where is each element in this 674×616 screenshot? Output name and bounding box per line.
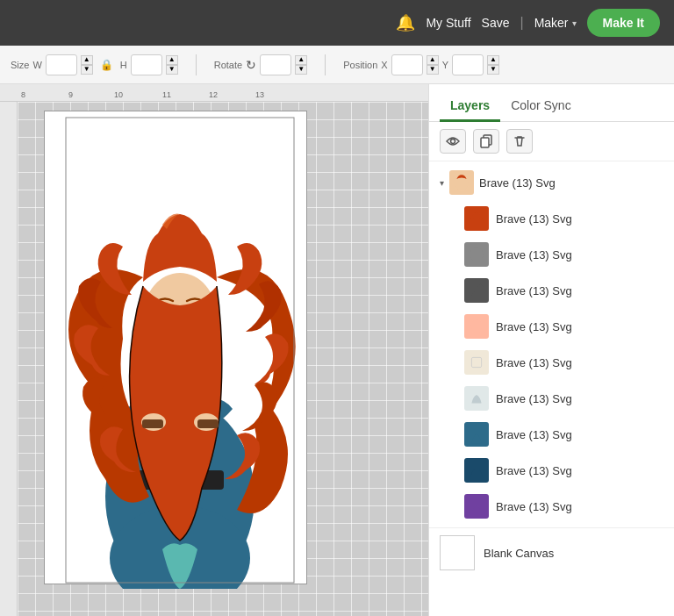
maker-chevron-icon: ▾ (572, 18, 577, 28)
group-chevron-icon: ▾ (440, 178, 444, 188)
x-label: X (381, 60, 387, 70)
layer-name-7: Brave (13) Svg (496, 428, 572, 441)
position-group: Position X ▲ ▼ Y ▲ ▼ (343, 54, 499, 75)
duplicate-button[interactable] (473, 129, 499, 154)
layer-name-5: Brave (13) Svg (496, 356, 572, 369)
layer-name-6: Brave (13) Svg (496, 392, 572, 405)
position-label: Position (343, 60, 377, 70)
layer-item[interactable]: Brave (13) Svg (433, 417, 670, 452)
layer-thumb-2 (464, 242, 489, 267)
height-down[interactable]: ▼ (166, 65, 178, 75)
layer-group-header[interactable]: ▾ Brave (13) Svg (429, 165, 674, 200)
layer-thumb-9 (464, 494, 489, 519)
canvas-area[interactable]: 8 9 10 11 12 13 (0, 84, 428, 616)
rotate-group: Rotate ↻ ▲ ▼ (214, 54, 307, 75)
y-up[interactable]: ▲ (487, 55, 499, 65)
main-area: 8 9 10 11 12 13 (0, 84, 674, 616)
maker-dropdown[interactable]: Maker ▾ (534, 16, 577, 30)
make-it-button[interactable]: Make It (587, 9, 660, 37)
svg-rect-19 (481, 138, 489, 147)
height-stepper[interactable]: ▲ ▼ (166, 55, 178, 75)
size-label: Size (11, 60, 29, 70)
x-stepper[interactable]: ▲ ▼ (427, 55, 439, 75)
y-input[interactable] (452, 54, 484, 75)
rotate-up[interactable]: ▲ (295, 55, 307, 65)
delete-button[interactable] (506, 129, 533, 154)
x-up[interactable]: ▲ (427, 55, 439, 65)
panel-toolbar (429, 122, 674, 161)
ruler-tick-10: 10 (114, 90, 123, 99)
height-input[interactable] (131, 54, 162, 75)
grid-background (18, 102, 428, 616)
tab-layers[interactable]: Layers (440, 91, 500, 122)
ruler-tick-8: 8 (21, 90, 25, 99)
visibility-button[interactable] (440, 129, 466, 154)
svg-rect-14 (142, 419, 163, 428)
layer-thumb-7 (464, 422, 489, 447)
x-down[interactable]: ▼ (427, 65, 439, 75)
header: 🔔 My Stuff Save | Maker ▾ Make It (0, 0, 674, 46)
layer-item[interactable]: Brave (13) Svg (433, 237, 670, 272)
ruler-tick-11: 11 (162, 90, 171, 99)
width-stepper[interactable]: ▲ ▼ (81, 55, 93, 75)
svg-rect-23 (471, 357, 481, 367)
layer-name-2: Brave (13) Svg (496, 248, 572, 261)
layer-name-9: Brave (13) Svg (496, 500, 572, 513)
character-svg (44, 111, 316, 589)
toolbar-sep-2 (325, 54, 326, 75)
rotate-icon: ↻ (246, 58, 256, 72)
layer-thumb-6 (464, 386, 489, 411)
width-up[interactable]: ▲ (81, 55, 93, 65)
maker-label: Maker (534, 16, 569, 30)
save-button[interactable]: Save (482, 16, 510, 30)
my-stuff-link[interactable]: My Stuff (426, 16, 470, 30)
height-up[interactable]: ▲ (166, 55, 178, 65)
layer-item[interactable]: Brave (13) Svg (433, 309, 670, 344)
svg-rect-15 (197, 419, 219, 428)
panel-tabs: Layers Color Sync (429, 84, 674, 122)
toolbar-sep-1 (196, 54, 197, 75)
layer-name-3: Brave (13) Svg (496, 284, 572, 297)
width-down[interactable]: ▼ (81, 65, 93, 75)
ruler-tick-12: 12 (209, 90, 218, 99)
svg-point-21 (470, 247, 484, 261)
layer-thumb-1 (464, 206, 489, 231)
layer-name-4: Brave (13) Svg (496, 320, 572, 333)
canvas-content[interactable] (18, 102, 428, 616)
right-panel: Layers Color Sync (428, 84, 674, 616)
layer-item[interactable]: Brave (13) Svg (433, 201, 670, 236)
rotate-stepper[interactable]: ▲ ▼ (295, 55, 307, 75)
layer-item[interactable]: Brave (13) Svg (433, 345, 670, 380)
y-down[interactable]: ▼ (487, 65, 499, 75)
group-thumb (449, 170, 474, 195)
ruler-left (0, 102, 18, 616)
y-label: Y (442, 60, 448, 70)
svg-point-17 (451, 140, 455, 144)
layer-item[interactable]: Brave (13) Svg (433, 381, 670, 416)
lock-icon: 🔒 (100, 59, 113, 71)
x-input[interactable] (391, 54, 423, 75)
layer-item[interactable]: Brave (13) Svg (433, 453, 670, 488)
layers-list[interactable]: ▾ Brave (13) Svg Brave (13) (429, 161, 674, 616)
rotate-down[interactable]: ▼ (295, 65, 307, 75)
toolbar: Size W ▲ ▼ 🔒 H ▲ ▼ Rotate ↻ ▲ ▼ Position… (0, 46, 674, 84)
blank-canvas-label: Blank Canvas (484, 547, 554, 560)
blank-canvas-item[interactable]: Blank Canvas (429, 527, 674, 577)
layer-item[interactable]: Brave (13) Svg (433, 273, 670, 308)
rotate-label: Rotate (214, 60, 242, 70)
rotate-input[interactable] (260, 54, 291, 75)
y-stepper[interactable]: ▲ ▼ (487, 55, 499, 75)
size-group: Size W ▲ ▼ 🔒 H ▲ ▼ (11, 54, 178, 75)
layer-thumb-8 (464, 458, 489, 483)
layer-thumb-3 (464, 278, 489, 303)
layer-item[interactable]: Brave (13) Svg (433, 489, 670, 524)
layer-name-8: Brave (13) Svg (496, 464, 572, 477)
layer-thumb-4 (464, 314, 489, 339)
group-name: Brave (13) Svg (479, 176, 556, 190)
header-divider: | (520, 15, 523, 31)
width-input[interactable] (46, 54, 77, 75)
svg-point-22 (471, 319, 483, 333)
tab-color-sync[interactable]: Color Sync (500, 91, 581, 122)
blank-canvas-thumb (440, 535, 475, 570)
bell-icon[interactable]: 🔔 (396, 13, 415, 32)
